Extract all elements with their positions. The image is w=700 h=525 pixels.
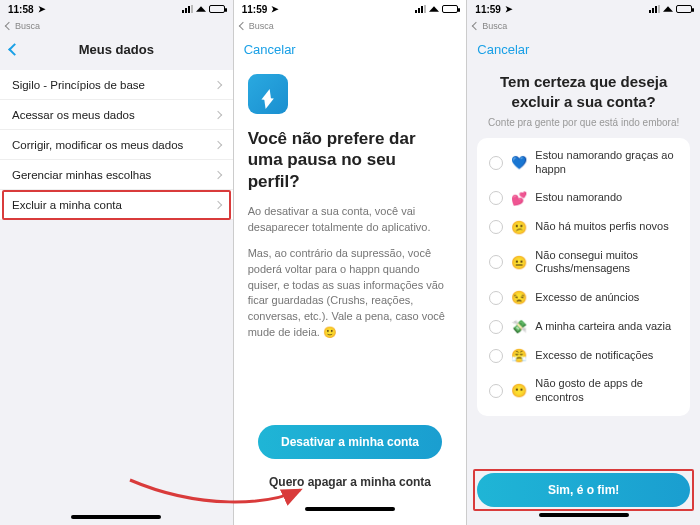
back-search-label: Busca <box>15 21 40 31</box>
option-label: Excesso de anúncios <box>535 291 678 305</box>
reason-option[interactable]: 😤 Excesso de notificações <box>477 341 690 370</box>
chevron-right-icon <box>213 170 221 178</box>
emoji-icon: 💕 <box>511 191 527 206</box>
bolt-icon <box>261 88 274 100</box>
radio-icon <box>489 291 503 305</box>
reason-option[interactable]: 😶 Não gosto de apps de encontros <box>477 370 690 412</box>
location-arrow-icon: ➤ <box>505 4 513 14</box>
reason-option[interactable]: 💕 Estou namorando <box>477 184 690 213</box>
signal-icon <box>415 5 426 13</box>
option-label: Não gosto de apps de encontros <box>535 377 678 405</box>
back-button[interactable] <box>10 40 19 58</box>
battery-icon <box>209 5 225 13</box>
emoji-icon: 😕 <box>511 220 527 235</box>
breadcrumb[interactable]: Busca <box>467 18 700 34</box>
radio-icon <box>489 349 503 363</box>
nav-header: Meus dados <box>0 34 233 64</box>
home-indicator <box>539 513 629 517</box>
reason-option[interactable]: 😐 Não consegui muitos Crushs/mensagens <box>477 242 690 284</box>
chevron-right-icon <box>213 110 221 118</box>
chevron-right-icon <box>213 140 221 148</box>
list-item-correct-data[interactable]: Corrigir, modificar os meus dados <box>0 130 233 160</box>
list-item-label: Excluir a minha conta <box>12 199 122 211</box>
back-search-label: Busca <box>482 21 507 31</box>
list-item-privacy[interactable]: Sigilo - Princípios de base <box>0 70 233 100</box>
location-arrow-icon: ➤ <box>271 4 279 14</box>
nav-header: Cancelar <box>467 34 700 64</box>
wifi-icon <box>429 6 439 12</box>
heading: Você não prefere dar uma pausa no seu pe… <box>248 128 453 192</box>
chevron-right-icon <box>213 80 221 88</box>
list-item-access-data[interactable]: Acessar os meus dados <box>0 100 233 130</box>
delete-account-link[interactable]: Quero apagar a minha conta <box>248 465 453 503</box>
confirm-delete-button[interactable]: Sim, é o fim! <box>477 473 690 507</box>
list-item-delete-account[interactable]: Excluir a minha conta <box>0 190 233 220</box>
cancel-button[interactable]: Cancelar <box>244 42 296 57</box>
option-label: Não consegui muitos Crushs/mensagens <box>535 249 678 277</box>
cancel-button[interactable]: Cancelar <box>477 42 529 57</box>
breadcrumb[interactable]: Busca <box>234 18 467 34</box>
chevron-right-icon <box>213 200 221 208</box>
battery-icon <box>676 5 692 13</box>
list-item-manage-choices[interactable]: Gerenciar minhas escolhas <box>0 160 233 190</box>
deactivate-button[interactable]: Desativar a minha conta <box>258 425 443 459</box>
list-item-label: Sigilo - Princípios de base <box>12 79 145 91</box>
paragraph: Mas, ao contrário da supressão, você pod… <box>248 246 453 342</box>
emoji-icon: 😤 <box>511 348 527 363</box>
home-indicator <box>71 515 161 519</box>
emoji-icon: 😐 <box>511 255 527 270</box>
chevron-left-icon <box>238 22 246 30</box>
reason-option[interactable]: 💙 Estou namorando graças ao happn <box>477 142 690 184</box>
signal-icon <box>649 5 660 13</box>
list-item-label: Gerenciar minhas escolhas <box>12 169 151 181</box>
list-item-label: Acessar os meus dados <box>12 109 135 121</box>
page-title: Meus dados <box>0 42 233 57</box>
reason-option[interactable]: 😕 Não há muitos perfis novos <box>477 213 690 242</box>
screen-1-my-data: 11:58 ➤ Busca Meus dados Sigilo - Princí… <box>0 0 233 525</box>
nav-header: Cancelar <box>234 34 467 64</box>
battery-icon <box>442 5 458 13</box>
option-label: Excesso de notificações <box>535 349 678 363</box>
option-label: Estou namorando <box>535 191 678 205</box>
emoji-icon: 💙 <box>511 155 527 170</box>
radio-icon <box>489 156 503 170</box>
breadcrumb[interactable]: Busca <box>0 18 233 34</box>
radio-icon <box>489 191 503 205</box>
settings-list: Sigilo - Princípios de base Acessar os m… <box>0 70 233 220</box>
list-item-label: Corrigir, modificar os meus dados <box>12 139 183 151</box>
status-bar: 11:58 ➤ <box>0 0 233 18</box>
status-bar: 11:59 ➤ <box>467 0 700 18</box>
paragraph: Ao desativar a sua conta, você vai desap… <box>248 204 453 236</box>
home-indicator <box>305 507 395 511</box>
option-label: Não há muitos perfis novos <box>535 220 678 234</box>
chevron-left-icon <box>5 22 13 30</box>
content-area: Você não prefere dar uma pausa no seu pe… <box>234 64 467 525</box>
option-label: A minha carteira anda vazia <box>535 320 678 334</box>
status-bar: 11:59 ➤ <box>234 0 467 18</box>
reason-option[interactable]: 😒 Excesso de anúncios <box>477 283 690 312</box>
status-time: 11:59 <box>242 4 268 15</box>
chevron-left-icon <box>472 22 480 30</box>
happn-app-icon <box>248 74 288 114</box>
location-arrow-icon: ➤ <box>38 4 46 14</box>
subheading: Conte pra gente por que está indo embora… <box>467 117 700 138</box>
reason-options: 💙 Estou namorando graças ao happn 💕 Esto… <box>477 138 690 416</box>
status-time: 11:59 <box>475 4 501 15</box>
wifi-icon <box>196 6 206 12</box>
radio-icon <box>489 255 503 269</box>
back-search-label: Busca <box>249 21 274 31</box>
wifi-icon <box>663 6 673 12</box>
bottom-actions: Desativar a minha conta Quero apagar a m… <box>248 419 453 525</box>
heading: Tem certeza que deseja excluir a sua con… <box>467 64 700 117</box>
signal-icon <box>182 5 193 13</box>
screen-3-confirm-delete: 11:59 ➤ Busca Cancelar Tem certeza que d… <box>467 0 700 525</box>
screen-2-pause-prompt: 11:59 ➤ Busca Cancelar Você não prefere … <box>234 0 467 525</box>
radio-icon <box>489 220 503 234</box>
emoji-icon: 😶 <box>511 383 527 398</box>
reason-option[interactable]: 💸 A minha carteira anda vazia <box>477 312 690 341</box>
chevron-left-icon <box>8 43 21 56</box>
option-label: Estou namorando graças ao happn <box>535 149 678 177</box>
emoji-icon: 😒 <box>511 290 527 305</box>
radio-icon <box>489 384 503 398</box>
radio-icon <box>489 320 503 334</box>
